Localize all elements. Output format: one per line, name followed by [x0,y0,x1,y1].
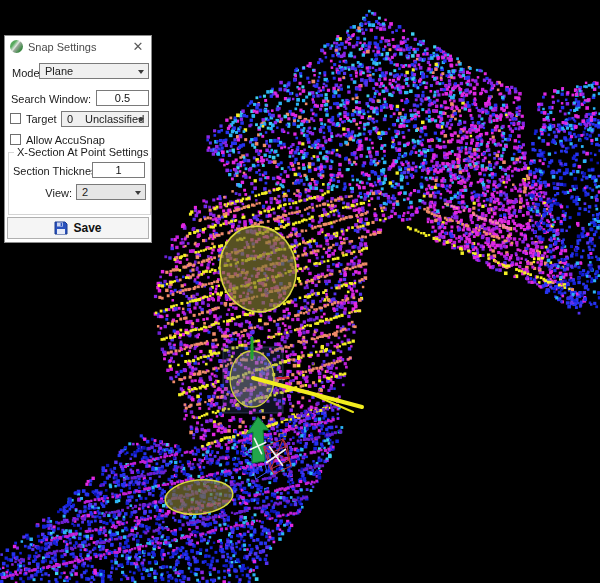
target-class-name: Unclassified [85,113,144,125]
search-window-input[interactable] [96,90,149,106]
view-label: View: [13,187,72,199]
target-label: Target [26,113,57,125]
allow-accusnap-label: Allow AccuSnap [26,134,105,146]
snap-settings-dialog: Snap Settings ✕ Mode: Plane Search Windo… [4,35,152,243]
chevron-down-icon [138,118,144,122]
dialog-titlebar[interactable]: Snap Settings ✕ [5,36,151,57]
viewport: Snap Settings ✕ Mode: Plane Search Windo… [0,0,600,583]
section-thickness-input[interactable] [92,162,145,178]
target-checkbox[interactable] [10,113,21,124]
save-button[interactable]: Save [7,217,149,239]
terrascan-app-icon [10,40,23,53]
save-button-label: Save [73,221,101,235]
chevron-down-icon [138,70,144,74]
mode-select[interactable]: Plane [39,63,149,79]
mode-label: Mode: [12,67,43,79]
xsection-groupbox: X-Section At Point Settings Section Thic… [8,152,151,215]
view-value: 2 [82,186,88,198]
view-select[interactable]: 2 [76,184,146,200]
save-icon [54,221,68,235]
chevron-down-icon [135,191,141,195]
target-class-number: 0 [67,113,77,125]
dialog-title: Snap Settings [28,41,97,53]
search-window-label: Search Window: [11,93,89,105]
xsection-group-title: X-Section At Point Settings [14,146,151,158]
close-icon[interactable]: ✕ [130,39,146,55]
target-class-select[interactable]: 0 Unclassified [61,111,149,127]
allow-accusnap-checkbox[interactable] [10,134,21,145]
section-thickness-label: Section Thickness: [13,165,88,177]
mode-value: Plane [45,65,73,77]
